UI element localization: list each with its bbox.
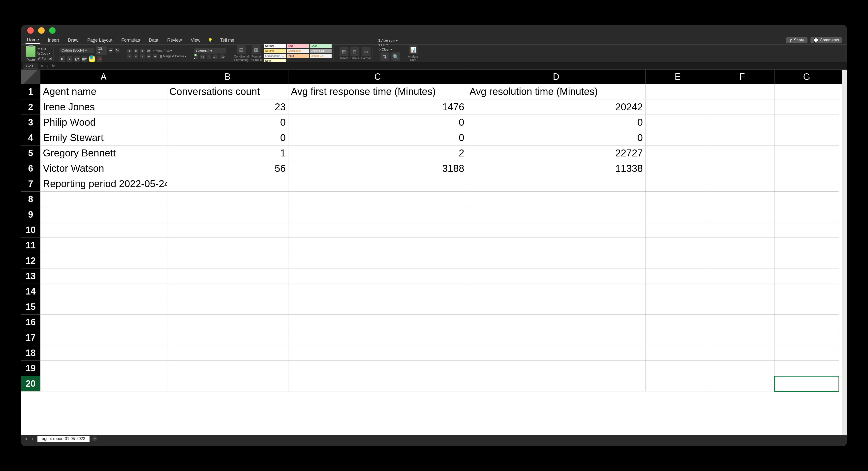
align-center-icon[interactable]: ≡ [134,54,138,59]
cell-B18[interactable] [167,345,288,361]
insert-cells-button[interactable]: ⊞Insert [340,47,348,60]
cell-A2[interactable]: Irene Jones [40,99,167,115]
cell-F20[interactable] [710,376,775,391]
vertical-scrollbar[interactable] [842,70,847,435]
cell-C18[interactable] [288,345,467,361]
cell-C17[interactable] [288,330,467,345]
cell-styles-gallery[interactable]: Normal Bad Good Neutral Calculation Chec… [264,44,332,63]
conditional-formatting-button[interactable]: ▤ Conditional Formatting [234,45,249,62]
cell-D7[interactable] [467,176,646,192]
cell-A19[interactable] [40,361,167,376]
cut-button[interactable]: ✂ Cut [37,47,52,51]
cell-G5[interactable] [775,146,839,161]
cell-A9[interactable] [40,207,167,222]
cell-G11[interactable] [775,238,839,253]
cell-C1[interactable]: Avg first response time (Minutes) [288,84,467,99]
tab-nav-next-icon[interactable]: ▸ [31,436,35,441]
cell-D16[interactable] [467,315,646,330]
cell-G7[interactable] [775,176,839,192]
merge-button[interactable]: ▦ Merge & Centre ▾ [159,55,186,58]
cell-D20[interactable] [467,376,646,391]
cell-C13[interactable] [288,269,467,284]
align-left-icon[interactable]: ≡ [127,54,132,59]
column-header-F[interactable]: F [710,70,775,84]
cell-F1[interactable] [710,84,775,99]
cell-E18[interactable] [646,345,710,361]
column-header-E[interactable]: E [646,70,710,84]
add-sheet-button[interactable]: + [92,436,97,441]
cell-A17[interactable] [40,330,167,345]
cell-B4[interactable]: 0 [167,130,288,146]
style-normal[interactable]: Normal [264,44,286,48]
cell-D19[interactable] [467,361,646,376]
cell-B2[interactable]: 23 [167,99,288,115]
cell-F19[interactable] [710,361,775,376]
cell-G9[interactable] [775,207,839,222]
cell-G12[interactable] [775,253,839,269]
row-header[interactable]: 5 [21,146,40,161]
cell-E20[interactable] [646,376,710,391]
decrease-decimal-icon[interactable]: ←.0 [220,55,224,59]
column-header-A[interactable]: A [40,70,167,84]
row-header[interactable]: 19 [21,361,40,376]
cell-B5[interactable]: 1 [167,146,288,161]
cell-A14[interactable] [40,284,167,299]
cell-E17[interactable] [646,330,710,345]
cell-G15[interactable] [775,299,839,315]
align-top-icon[interactable]: ≡ [127,49,132,53]
cell-F6[interactable] [710,161,775,176]
cell-E3[interactable] [646,115,710,130]
cell-F15[interactable] [710,299,775,315]
analyse-data-button[interactable]: 📊Analyse Data [408,45,418,62]
cell-C2[interactable]: 1476 [288,99,467,115]
decrease-font-icon[interactable]: A▾ [115,48,120,53]
cell-A16[interactable] [40,315,167,330]
tab-draw[interactable]: Draw [66,37,80,43]
row-header[interactable]: 6 [21,161,40,176]
cell-A10[interactable] [40,222,167,238]
cell-C7[interactable] [288,176,467,192]
indent-right-icon[interactable]: ⇥ [153,54,157,59]
cell-B7[interactable] [167,176,288,192]
cell-F3[interactable] [710,115,775,130]
row-header[interactable]: 1 [21,84,40,99]
style-neutral[interactable]: Neutral [264,49,286,53]
tab-home[interactable]: Home [26,37,40,43]
cell-G20[interactable] [775,376,839,391]
cell-D14[interactable] [467,284,646,299]
style-linked-cell[interactable]: Linked Cell [310,54,332,58]
fx-icon[interactable]: fx [52,64,55,68]
style-good[interactable]: Good [310,44,332,48]
border-button[interactable]: ▦▾ [82,56,87,62]
cell-F11[interactable] [710,238,775,253]
cell-E7[interactable] [646,176,710,192]
cell-G3[interactable] [775,115,839,130]
cell-B13[interactable] [167,269,288,284]
cell-F12[interactable] [710,253,775,269]
cell-B8[interactable] [167,192,288,207]
tell-me-search[interactable]: Tell me [219,37,236,43]
fill-color-button[interactable]: 🪣▾ [89,56,95,62]
cell-A1[interactable]: Agent name [40,84,167,99]
style-calculation[interactable]: Calculation [287,49,309,53]
cell-G2[interactable] [775,99,839,115]
cell-B19[interactable] [167,361,288,376]
cell-F16[interactable] [710,315,775,330]
increase-font-icon[interactable]: A▴ [108,48,113,53]
cell-F9[interactable] [710,207,775,222]
font-size-select[interactable]: 12 ▾ [96,45,106,55]
cell-C11[interactable] [288,238,467,253]
cell-D17[interactable] [467,330,646,345]
cell-A12[interactable] [40,253,167,269]
cell-C16[interactable] [288,315,467,330]
row-header[interactable]: 9 [21,207,40,222]
cell-C9[interactable] [288,207,467,222]
cell-B1[interactable]: Conversations count [167,84,288,99]
cell-C19[interactable] [288,361,467,376]
cell-D3[interactable]: 0 [467,115,646,130]
currency-icon[interactable]: 💵▾ [194,55,198,59]
cell-G10[interactable] [775,222,839,238]
font-color-button[interactable]: A▾ [97,56,102,62]
comma-icon[interactable]: , [207,55,211,59]
name-box[interactable]: G20 [23,63,38,69]
